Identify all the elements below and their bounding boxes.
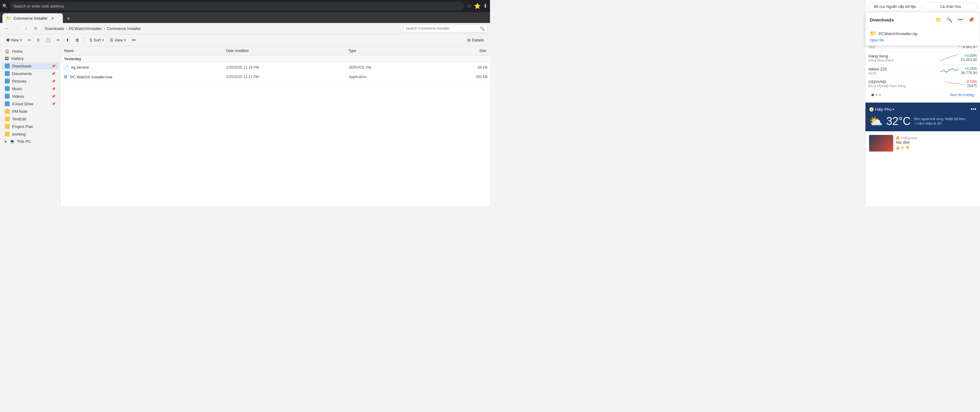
this-pc-icon: 💻 [10,139,14,144]
sidebar-label-icloud: iCloud Drive [12,102,33,106]
cut-icon: ✂ [28,38,31,42]
address-text: Search or enter web address [14,4,64,8]
active-tab[interactable]: 📁 Commerce Installer ✕ [2,13,63,23]
details-label: Details [472,38,484,42]
paste-icon: 📋 [46,38,51,42]
download-icon[interactable]: ⬇ [483,3,488,10]
breadcrumb-bar: ← → ↑ ↻ Downloads › PCWatchXInstaller › … [0,23,490,34]
table-row[interactable]: 📄 kg.service 2/20/2025 11:19 PM SERVICE … [60,62,490,72]
new-tab-button[interactable]: + [64,14,73,23]
sidebar-item-videos[interactable]: Videos 📌 [1,93,59,100]
rename-icon: ✏ [57,38,60,42]
search-input[interactable] [406,26,480,30]
tab-close-button[interactable]: ✕ [50,16,55,21]
sidebar: 🏠 Home 🖼 Gallery Downloads 📌 Documents 📌… [0,46,60,206]
paste-button[interactable]: 📋 [43,37,53,43]
sort-icon: ⇅ [89,38,92,42]
sidebar-item-icloud[interactable]: iCloud Drive 📌 [1,100,59,107]
view-chevron-icon: ▾ [124,38,126,42]
breadcrumb-item-pcwatchx[interactable]: PCWatchXInstaller [68,26,103,32]
pm-note-folder-icon [5,109,10,114]
toolbar: ✚ New ▾ ✂ ⎘ 📋 ✏ ⬆ 🗑 ⇅ Sort ▾ ☰ View [0,34,490,46]
new-button[interactable]: ✚ New ▾ [4,36,24,44]
sidebar-item-documents[interactable]: Documents 📌 [1,70,59,77]
col-date-header[interactable]: Date modified [225,48,347,54]
breadcrumb-item-commerce[interactable]: Commerce Installer [106,26,142,32]
view-button[interactable]: ☰ View ▾ [107,37,128,43]
browser-chrome: 🔍 Search or enter web address ☆ ⭐ ⬇ [0,0,490,12]
rename-button[interactable]: ✏ [54,37,62,43]
share-button[interactable]: ⬆ [64,37,72,43]
documents-folder-icon [5,71,10,76]
more-button[interactable]: ••• [129,37,138,43]
sidebar-item-project-plan[interactable]: Project Plan [1,123,59,130]
star-icon[interactable]: ☆ [467,3,472,10]
col-type-header[interactable]: Type [347,48,429,54]
copy-button[interactable]: ⎘ [35,37,42,43]
address-bar[interactable]: Search or enter web address [10,2,464,10]
breadcrumb-sep-1: › [66,26,67,31]
new-label: New [11,38,19,42]
file-type-exe: Application [349,75,430,79]
sidebar-item-gallery[interactable]: 🖼 Gallery [1,55,59,62]
cut-button[interactable]: ✂ [25,37,33,43]
file-size-kg: 68 KB [430,65,488,70]
sidebar-label-working: working [12,132,26,136]
share-icon: ⬆ [66,38,69,42]
project-plan-folder-icon [5,124,10,129]
sidebar-item-textedit[interactable]: TextEdit [1,115,59,123]
tab-bar: 📁 Commerce Installer ✕ + [0,12,490,23]
file-label-exe: PC WatchX Installer.exe [70,75,113,79]
refresh-button[interactable]: ↻ [32,24,40,33]
sidebar-label-home: Home [12,49,23,54]
icloud-folder-icon [5,101,10,106]
home-icon: 🏠 [5,49,10,54]
more-icon: ••• [132,38,136,42]
file-type-kg: SERVICE File [349,65,430,70]
details-icon: ⊞ [467,38,471,42]
back-button[interactable]: ← [2,24,11,33]
table-row[interactable]: 🖥 PC WatchX Installer.exe 2/20/2025 11:1… [60,72,490,81]
search-icon: 🔍 [480,26,485,31]
videos-folder-icon [5,94,10,99]
sidebar-item-music[interactable]: Music 📌 [1,85,59,92]
pin-icon: 📌 [52,64,55,68]
search-box[interactable]: 🔍 [403,24,488,32]
up-button[interactable]: ↑ [22,24,30,33]
sidebar-label-music: Music [12,86,22,91]
delete-icon: 🗑 [75,38,79,42]
date-group-yesterday: Yesterday [60,56,490,62]
sidebar-item-this-pc[interactable]: ▶ 💻 This PC [1,138,59,145]
music-folder-icon [5,86,10,91]
file-date-kg: 2/20/2025 11:19 PM [226,65,348,70]
sidebar-item-working[interactable]: working [1,130,59,137]
delete-button[interactable]: 🗑 [73,37,82,43]
working-folder-icon [5,132,10,136]
breadcrumb-item-downloads[interactable]: Downloads [43,26,65,32]
view-label: View [115,38,123,42]
file-name-kg: 📄 kg.service [63,64,226,70]
expand-icon: ▶ [5,140,7,143]
collections-icon[interactable]: ⭐ [474,3,480,10]
col-name-header[interactable]: Name [63,48,225,54]
pictures-folder-icon [5,79,10,83]
sidebar-item-home[interactable]: 🏠 Home [1,48,59,55]
sidebar-item-downloads[interactable]: Downloads 📌 [1,62,59,70]
pin-icon-icloud: 📌 [52,102,55,105]
sidebar-item-pm-note[interactable]: PM Note [1,108,59,115]
sidebar-label-this-pc: This PC [17,139,31,144]
downloads-folder-icon [5,64,10,69]
breadcrumb-sep-2: › [104,26,105,31]
sidebar-item-pictures[interactable]: Pictures 📌 [1,77,59,85]
details-button[interactable]: ⊞ Details [465,37,486,43]
forward-button[interactable]: → [12,24,21,33]
file-date-exe: 2/20/2025 11:11 PM [226,75,348,79]
sort-button[interactable]: ⇅ Sort ▾ [87,37,106,43]
sidebar-label-textedit: TextEdit [12,117,26,121]
sidebar-label-pm-note: PM Note [12,109,27,114]
gallery-icon: 🖼 [5,56,9,61]
column-header: Name Date modified Type Size [60,46,490,56]
sort-label: Sort [94,38,101,42]
col-size-header[interactable]: Size [429,48,488,54]
content-area: Name Date modified Type Size Yesterday 📄… [60,46,490,206]
